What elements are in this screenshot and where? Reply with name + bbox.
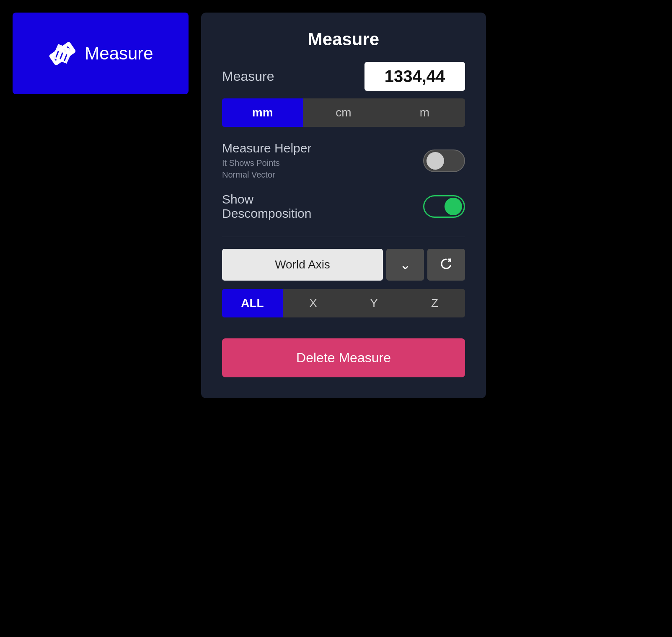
show-decomposition-knob xyxy=(445,198,462,215)
axis-filter-all[interactable]: ALL xyxy=(222,289,283,317)
delete-measure-button[interactable]: Delete Measure xyxy=(222,338,465,377)
axis-refresh-button[interactable] xyxy=(427,249,465,281)
axis-filter-y[interactable]: Y xyxy=(344,289,404,317)
axis-chevron-button[interactable]: ⌄ xyxy=(386,249,424,281)
show-decomposition-text: Show Descomposition xyxy=(222,192,311,221)
unit-btn-cm[interactable]: cm xyxy=(303,98,384,127)
divider xyxy=(222,237,465,237)
unit-selector: mm cm m xyxy=(222,98,465,127)
measure-helper-title: Measure Helper xyxy=(222,141,311,155)
show-decomposition-row: Show Descomposition xyxy=(222,192,465,221)
ruler-icon xyxy=(48,39,77,68)
unit-btn-mm[interactable]: mm xyxy=(222,98,303,127)
panel-title: Measure xyxy=(222,29,465,49)
show-decomposition-title: Show Descomposition xyxy=(222,192,311,221)
axis-filter-z[interactable]: Z xyxy=(404,289,465,317)
axis-filter-row: ALL X Y Z xyxy=(222,289,465,317)
measure-helper-toggle[interactable] xyxy=(423,150,465,172)
measure-helper-row: Measure Helper It Shows Points Normal Ve… xyxy=(222,141,465,181)
measure-row: Measure 1334,44 xyxy=(222,62,465,91)
chevron-down-icon: ⌄ xyxy=(400,257,411,273)
refresh-icon xyxy=(438,257,454,273)
measure-label: Measure xyxy=(222,69,274,84)
measure-value: 1334,44 xyxy=(385,67,445,85)
measure-helper-subtitle: It Shows Points Normal Vector xyxy=(222,157,311,181)
world-axis-row: World Axis ⌄ xyxy=(222,249,465,281)
world-axis-button[interactable]: World Axis xyxy=(222,249,383,281)
axis-filter-x[interactable]: X xyxy=(283,289,344,317)
main-panel: Measure Measure 1334,44 mm cm m Measure … xyxy=(201,13,486,398)
measure-helper-knob xyxy=(426,152,444,170)
show-decomposition-toggle[interactable] xyxy=(423,195,465,218)
unit-btn-m[interactable]: m xyxy=(384,98,465,127)
measure-helper-text: Measure Helper It Shows Points Normal Ve… xyxy=(222,141,311,181)
measure-value-box: 1334,44 xyxy=(364,62,465,91)
app-icon-label: Measure xyxy=(85,44,153,64)
app-icon-panel: Measure xyxy=(13,13,189,94)
